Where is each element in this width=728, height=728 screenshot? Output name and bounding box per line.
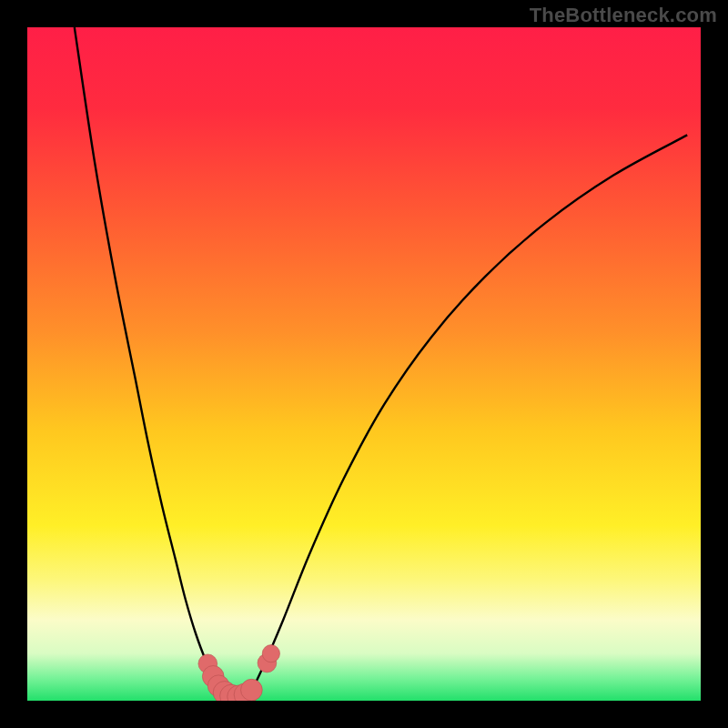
marker-dot [241,679,263,701]
plot-area [27,27,701,701]
marker-dot [262,645,279,662]
gradient-background [27,27,701,701]
chart-svg [27,27,701,701]
watermark-text: TheBottleneck.com [530,4,717,27]
outer-frame: TheBottleneck.com [0,0,728,728]
